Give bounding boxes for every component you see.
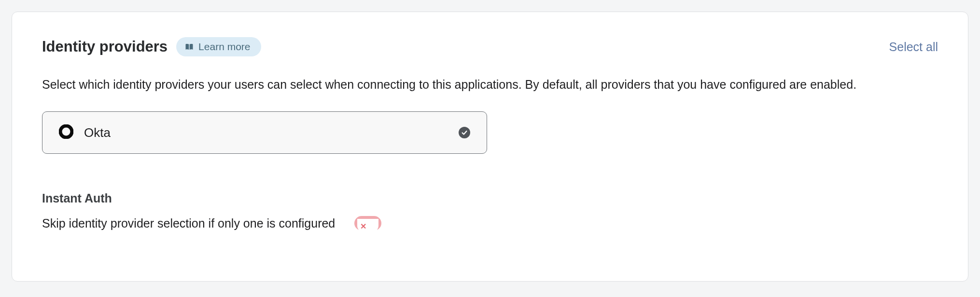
header-row: Identity providers Learn more Select all [42,37,938,56]
instant-auth-heading: Instant Auth [42,191,938,205]
select-all-button[interactable]: Select all [889,40,938,54]
section-description: Select which identity providers your use… [42,76,938,93]
close-icon: ✕ [360,222,366,231]
identity-providers-card: Identity providers Learn more Select all… [12,12,968,282]
checkmark-icon [459,127,470,138]
instant-auth-section: Instant Auth Skip identity provider sele… [42,191,938,230]
section-title: Identity providers [42,38,168,55]
book-icon [185,43,194,51]
svg-point-0 [60,126,72,137]
okta-logo-icon [59,124,73,141]
instant-auth-row: Skip identity provider selection if only… [42,216,938,230]
header-left: Identity providers Learn more [42,37,261,56]
instant-auth-label: Skip identity provider selection if only… [42,216,335,230]
provider-left: Okta [59,124,111,141]
provider-okta[interactable]: Okta [42,111,487,154]
learn-more-label: Learn more [198,41,250,53]
learn-more-button[interactable]: Learn more [176,37,261,56]
provider-name: Okta [84,125,111,140]
instant-auth-toggle[interactable]: ✕ [354,216,381,230]
